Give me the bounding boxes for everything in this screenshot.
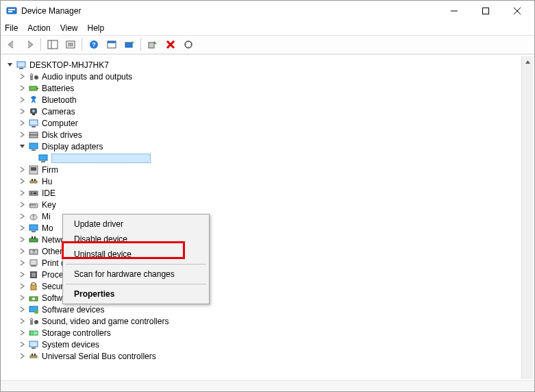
maximize-button[interactable] bbox=[470, 1, 501, 21]
expand-icon[interactable] bbox=[17, 293, 27, 303]
device-category-icon bbox=[28, 95, 39, 106]
ctx-properties[interactable]: Properties bbox=[64, 286, 208, 302]
ctx-disable-device[interactable]: Disable device bbox=[64, 232, 208, 247]
tree-item[interactable]: Universal Serial Bus controllers bbox=[5, 350, 533, 362]
svg-rect-36 bbox=[32, 149, 36, 151]
tree-item[interactable]: Bluetooth bbox=[5, 94, 533, 106]
tree-item-label: Storage controllers bbox=[42, 328, 111, 338]
expand-icon[interactable] bbox=[17, 130, 27, 140]
device-category-icon bbox=[28, 258, 39, 269]
tree-item-label: Audio inputs and outputs bbox=[42, 72, 132, 82]
menu-file[interactable]: File bbox=[5, 23, 18, 33]
svg-point-25 bbox=[34, 75, 38, 79]
expand-icon[interactable] bbox=[17, 340, 27, 350]
enable-device-toolbar-button[interactable] bbox=[145, 37, 161, 52]
device-category-icon bbox=[28, 351, 39, 362]
tree-item-label: Hu bbox=[42, 177, 52, 186]
tree-item[interactable] bbox=[5, 152, 533, 164]
expand-icon[interactable] bbox=[17, 107, 27, 117]
tree-item[interactable]: Sound, video and game controllers bbox=[5, 315, 533, 327]
svg-rect-33 bbox=[29, 132, 38, 135]
svg-rect-27 bbox=[37, 88, 38, 89]
vertical-scrollbar[interactable] bbox=[521, 56, 533, 379]
device-category-icon bbox=[28, 83, 39, 94]
expand-icon[interactable] bbox=[17, 200, 27, 210]
tree-item[interactable]: Key bbox=[5, 199, 533, 210]
expand-icon[interactable] bbox=[17, 305, 27, 315]
svg-point-67 bbox=[32, 297, 35, 300]
back-button[interactable] bbox=[3, 37, 20, 52]
expand-icon[interactable] bbox=[17, 188, 27, 198]
close-button[interactable] bbox=[501, 1, 533, 21]
svg-rect-16 bbox=[108, 41, 116, 43]
device-category-icon bbox=[28, 211, 39, 222]
svg-rect-48 bbox=[30, 204, 32, 206]
help-toolbar-button[interactable]: ? bbox=[86, 37, 102, 52]
ctx-update-driver[interactable]: Update driver bbox=[64, 217, 208, 232]
svg-rect-35 bbox=[29, 143, 38, 149]
tree-item[interactable]: Display adapters bbox=[5, 140, 533, 152]
tree-item[interactable]: Batteries bbox=[5, 82, 533, 94]
device-category-icon bbox=[28, 269, 39, 280]
expand-icon[interactable] bbox=[17, 258, 27, 268]
update-driver-toolbar-button[interactable] bbox=[121, 37, 138, 52]
svg-rect-41 bbox=[30, 181, 37, 183]
tree-item[interactable]: Firm bbox=[5, 164, 533, 175]
tree-item[interactable]: Disk drives bbox=[5, 129, 533, 140]
svg-rect-54 bbox=[29, 225, 38, 230]
menu-help[interactable]: Help bbox=[88, 23, 105, 33]
expand-icon[interactable] bbox=[17, 317, 27, 326]
menu-view[interactable]: View bbox=[60, 23, 78, 33]
svg-rect-1 bbox=[8, 9, 15, 10]
tree-item[interactable]: IDE bbox=[5, 187, 533, 199]
tree-root-row[interactable]: DESKTOP-MHJ7HK7 bbox=[5, 59, 533, 71]
expand-icon[interactable] bbox=[17, 177, 27, 186]
expand-icon[interactable] bbox=[17, 235, 27, 245]
svg-rect-42 bbox=[32, 179, 33, 181]
scroll-up-icon[interactable] bbox=[522, 56, 533, 68]
minimize-button[interactable] bbox=[438, 1, 470, 21]
ctx-uninstall-device[interactable]: Uninstall device bbox=[64, 247, 208, 262]
expand-icon[interactable] bbox=[17, 328, 27, 338]
svg-rect-17 bbox=[125, 42, 132, 47]
expand-icon[interactable] bbox=[17, 212, 27, 221]
context-menu: Update driver Disable device Uninstall d… bbox=[62, 214, 210, 304]
tree-item-label: Disk drives bbox=[42, 130, 82, 140]
svg-rect-58 bbox=[34, 236, 36, 238]
expand-icon[interactable] bbox=[17, 165, 27, 175]
tree-item[interactable]: Storage controllers bbox=[5, 327, 533, 339]
ctx-separator bbox=[66, 284, 206, 284]
tree-item-label: IDE bbox=[42, 188, 55, 198]
expand-icon[interactable] bbox=[17, 270, 27, 280]
expand-icon[interactable] bbox=[17, 119, 27, 128]
collapse-icon[interactable] bbox=[17, 142, 27, 151]
tree-item[interactable]: Software devices bbox=[5, 304, 533, 315]
expand-icon[interactable] bbox=[17, 84, 27, 93]
scan-hardware-toolbar-button[interactable] bbox=[180, 37, 197, 52]
tree-item[interactable]: Audio inputs and outputs bbox=[5, 71, 533, 82]
tree-item[interactable]: Computer bbox=[5, 117, 533, 129]
expand-icon[interactable] bbox=[17, 282, 27, 291]
expand-icon[interactable] bbox=[17, 223, 27, 233]
properties-toolbar-button[interactable] bbox=[62, 37, 79, 52]
svg-point-29 bbox=[32, 110, 35, 112]
forward-button[interactable] bbox=[21, 37, 38, 52]
show-hide-console-tree-button[interactable] bbox=[45, 37, 61, 52]
svg-text:?: ? bbox=[32, 249, 36, 255]
expand-icon[interactable] bbox=[17, 352, 27, 361]
device-category-icon bbox=[28, 199, 39, 210]
svg-point-71 bbox=[34, 320, 38, 324]
list-view-button[interactable] bbox=[103, 37, 120, 52]
tree-item[interactable]: Hu bbox=[5, 175, 533, 187]
expand-icon[interactable] bbox=[17, 95, 27, 105]
ctx-scan-hardware[interactable]: Scan for hardware changes bbox=[64, 267, 208, 282]
expand-icon[interactable] bbox=[17, 247, 27, 256]
collapse-icon[interactable] bbox=[5, 60, 14, 70]
tree-item[interactable]: Cameras bbox=[5, 106, 533, 117]
svg-rect-75 bbox=[29, 341, 38, 347]
expand-icon[interactable] bbox=[17, 72, 27, 82]
tree-item[interactable]: System devices bbox=[5, 339, 533, 350]
uninstall-device-toolbar-button[interactable] bbox=[162, 37, 179, 52]
display-adapter-icon bbox=[38, 153, 49, 164]
menu-action[interactable]: Action bbox=[27, 23, 50, 33]
